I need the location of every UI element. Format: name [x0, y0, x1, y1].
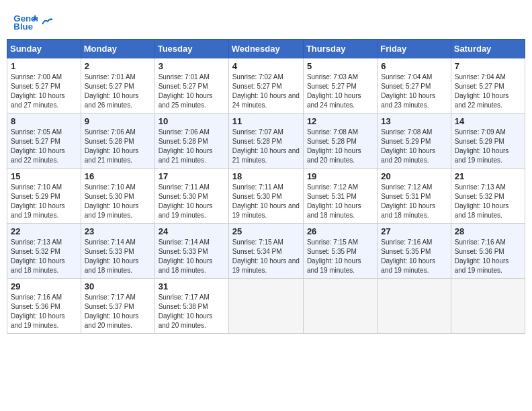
day-info: Sunrise: 7:07 AM Sunset: 5:28 PM Dayligh… [232, 128, 300, 165]
calendar-cell: 28 Sunrise: 7:16 AM Sunset: 5:36 PM Dayl… [451, 224, 525, 279]
day-number: 22 [11, 226, 77, 236]
day-info: Sunrise: 7:16 AM Sunset: 5:36 PM Dayligh… [11, 293, 77, 330]
day-number: 8 [11, 116, 77, 126]
day-number: 20 [381, 171, 447, 181]
weekday-header-sunday: Sunday [7, 40, 81, 58]
day-number: 12 [307, 116, 373, 126]
calendar-cell: 23 Sunrise: 7:14 AM Sunset: 5:33 PM Dayl… [81, 224, 154, 279]
day-number: 30 [85, 281, 151, 291]
calendar-week-2: 8 Sunrise: 7:05 AM Sunset: 5:27 PM Dayli… [7, 113, 525, 169]
calendar-cell [378, 279, 451, 334]
calendar-cell: 8 Sunrise: 7:05 AM Sunset: 5:27 PM Dayli… [7, 113, 81, 169]
day-number: 6 [381, 61, 447, 71]
day-number: 18 [232, 171, 300, 181]
day-info: Sunrise: 7:01 AM Sunset: 5:27 PM Dayligh… [85, 73, 151, 110]
day-number: 13 [381, 116, 447, 126]
weekday-header-monday: Monday [81, 40, 154, 58]
calendar-cell: 27 Sunrise: 7:16 AM Sunset: 5:35 PM Dayl… [378, 224, 451, 279]
day-number: 11 [232, 116, 300, 126]
day-number: 25 [232, 226, 300, 236]
calendar-cell: 16 Sunrise: 7:10 AM Sunset: 5:30 PM Dayl… [81, 169, 154, 224]
calendar-cell: 22 Sunrise: 7:13 AM Sunset: 5:32 PM Dayl… [7, 224, 81, 279]
day-info: Sunrise: 7:04 AM Sunset: 5:27 PM Dayligh… [455, 73, 521, 110]
weekday-header-thursday: Thursday [303, 40, 377, 58]
day-info: Sunrise: 7:10 AM Sunset: 5:29 PM Dayligh… [11, 183, 77, 220]
weekday-header-row: SundayMondayTuesdayWednesdayThursdayFrid… [7, 40, 525, 58]
calendar-cell: 20 Sunrise: 7:12 AM Sunset: 5:31 PM Dayl… [378, 169, 451, 224]
calendar-cell: 15 Sunrise: 7:10 AM Sunset: 5:29 PM Dayl… [7, 169, 81, 224]
calendar-cell: 14 Sunrise: 7:09 AM Sunset: 5:29 PM Dayl… [451, 113, 525, 169]
calendar-cell: 9 Sunrise: 7:06 AM Sunset: 5:28 PM Dayli… [81, 113, 154, 169]
weekday-header-tuesday: Tuesday [154, 40, 228, 58]
day-number: 4 [232, 61, 300, 71]
weekday-header-wednesday: Wednesday [228, 40, 303, 58]
calendar: SundayMondayTuesdayWednesdayThursdayFrid… [7, 39, 525, 334]
calendar-cell: 21 Sunrise: 7:13 AM Sunset: 5:32 PM Dayl… [451, 169, 525, 224]
calendar-cell: 12 Sunrise: 7:08 AM Sunset: 5:28 PM Dayl… [303, 113, 377, 169]
day-number: 2 [85, 61, 151, 71]
day-info: Sunrise: 7:16 AM Sunset: 5:36 PM Dayligh… [455, 238, 521, 275]
calendar-cell: 7 Sunrise: 7:04 AM Sunset: 5:27 PM Dayli… [451, 58, 525, 113]
day-info: Sunrise: 7:10 AM Sunset: 5:30 PM Dayligh… [85, 183, 151, 220]
calendar-cell: 2 Sunrise: 7:01 AM Sunset: 5:27 PM Dayli… [81, 58, 154, 113]
calendar-cell: 1 Sunrise: 7:00 AM Sunset: 5:27 PM Dayli… [7, 58, 81, 113]
day-number: 1 [11, 61, 77, 71]
day-info: Sunrise: 7:02 AM Sunset: 5:27 PM Dayligh… [232, 73, 300, 110]
day-info: Sunrise: 7:12 AM Sunset: 5:31 PM Dayligh… [307, 183, 373, 220]
calendar-cell [451, 279, 525, 334]
logo-icon: General Blue [13, 12, 38, 32]
calendar-cell [228, 279, 303, 334]
day-info: Sunrise: 7:08 AM Sunset: 5:28 PM Dayligh… [307, 128, 373, 165]
day-info: Sunrise: 7:09 AM Sunset: 5:29 PM Dayligh… [455, 128, 521, 165]
day-number: 27 [381, 226, 447, 236]
day-number: 31 [159, 281, 225, 291]
calendar-week-1: 1 Sunrise: 7:00 AM Sunset: 5:27 PM Dayli… [7, 58, 525, 113]
day-info: Sunrise: 7:13 AM Sunset: 5:32 PM Dayligh… [11, 238, 77, 275]
calendar-week-4: 22 Sunrise: 7:13 AM Sunset: 5:32 PM Dayl… [7, 224, 525, 279]
calendar-cell: 11 Sunrise: 7:07 AM Sunset: 5:28 PM Dayl… [228, 113, 303, 169]
day-number: 15 [11, 171, 77, 181]
day-info: Sunrise: 7:11 AM Sunset: 5:30 PM Dayligh… [159, 183, 225, 220]
calendar-cell: 10 Sunrise: 7:06 AM Sunset: 5:28 PM Dayl… [154, 113, 228, 169]
day-info: Sunrise: 7:05 AM Sunset: 5:27 PM Dayligh… [11, 128, 77, 165]
calendar-cell: 4 Sunrise: 7:02 AM Sunset: 5:27 PM Dayli… [228, 58, 303, 113]
day-info: Sunrise: 7:14 AM Sunset: 5:33 PM Dayligh… [159, 238, 225, 275]
day-info: Sunrise: 7:03 AM Sunset: 5:27 PM Dayligh… [307, 73, 373, 110]
logo-bird [41, 17, 53, 27]
calendar-cell: 17 Sunrise: 7:11 AM Sunset: 5:30 PM Dayl… [154, 169, 228, 224]
day-number: 28 [455, 226, 521, 236]
day-number: 24 [159, 226, 225, 236]
calendar-cell: 19 Sunrise: 7:12 AM Sunset: 5:31 PM Dayl… [303, 169, 377, 224]
logo: General Blue [13, 12, 54, 32]
calendar-cell: 29 Sunrise: 7:16 AM Sunset: 5:36 PM Dayl… [7, 279, 81, 334]
day-number: 26 [307, 226, 373, 236]
svg-text:Blue: Blue [13, 21, 33, 32]
day-info: Sunrise: 7:15 AM Sunset: 5:34 PM Dayligh… [232, 238, 300, 275]
day-info: Sunrise: 7:17 AM Sunset: 5:38 PM Dayligh… [159, 293, 225, 330]
calendar-body: 1 Sunrise: 7:00 AM Sunset: 5:27 PM Dayli… [7, 58, 525, 334]
day-info: Sunrise: 7:11 AM Sunset: 5:30 PM Dayligh… [232, 183, 300, 220]
calendar-cell: 18 Sunrise: 7:11 AM Sunset: 5:30 PM Dayl… [228, 169, 303, 224]
day-number: 19 [307, 171, 373, 181]
day-info: Sunrise: 7:08 AM Sunset: 5:29 PM Dayligh… [381, 128, 447, 165]
day-number: 23 [85, 226, 151, 236]
calendar-cell: 24 Sunrise: 7:14 AM Sunset: 5:33 PM Dayl… [154, 224, 228, 279]
day-number: 5 [307, 61, 373, 71]
day-number: 17 [159, 171, 225, 181]
calendar-cell: 31 Sunrise: 7:17 AM Sunset: 5:38 PM Dayl… [154, 279, 228, 334]
day-info: Sunrise: 7:12 AM Sunset: 5:31 PM Dayligh… [381, 183, 447, 220]
calendar-cell: 13 Sunrise: 7:08 AM Sunset: 5:29 PM Dayl… [378, 113, 451, 169]
calendar-cell [303, 279, 377, 334]
day-info: Sunrise: 7:15 AM Sunset: 5:35 PM Dayligh… [307, 238, 373, 275]
calendar-week-3: 15 Sunrise: 7:10 AM Sunset: 5:29 PM Dayl… [7, 169, 525, 224]
calendar-cell: 3 Sunrise: 7:01 AM Sunset: 5:27 PM Dayli… [154, 58, 228, 113]
day-number: 14 [455, 116, 521, 126]
calendar-cell: 25 Sunrise: 7:15 AM Sunset: 5:34 PM Dayl… [228, 224, 303, 279]
calendar-cell: 30 Sunrise: 7:17 AM Sunset: 5:37 PM Dayl… [81, 279, 154, 334]
day-number: 7 [455, 61, 521, 71]
day-number: 3 [159, 61, 225, 71]
day-info: Sunrise: 7:06 AM Sunset: 5:28 PM Dayligh… [159, 128, 225, 165]
weekday-header-saturday: Saturday [451, 40, 525, 58]
header: General Blue [7, 7, 525, 36]
calendar-cell: 5 Sunrise: 7:03 AM Sunset: 5:27 PM Dayli… [303, 58, 377, 113]
